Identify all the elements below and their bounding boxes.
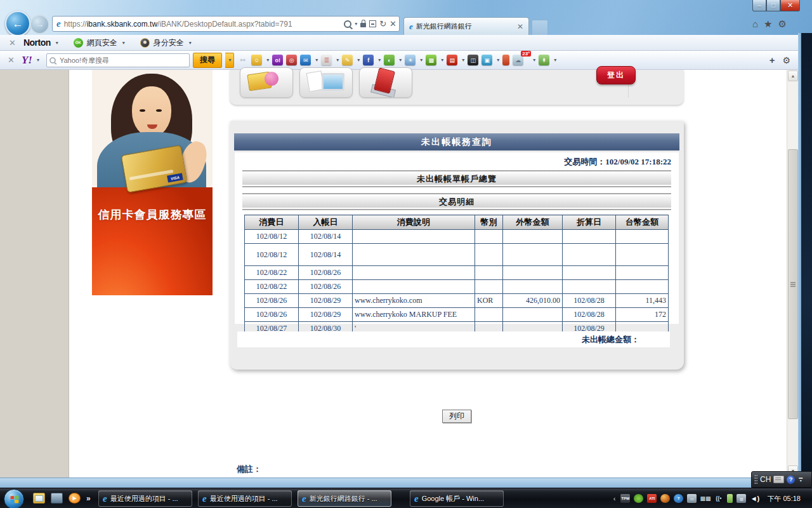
card-info-button[interactable]: [240, 67, 293, 98]
close-button[interactable]: ✕: [780, 0, 800, 11]
web-safety-dropdown-icon[interactable]: ▾: [122, 40, 125, 46]
show-desktop-icon[interactable]: [51, 493, 63, 504]
yahoo-logo-dropdown-icon[interactable]: ▾: [37, 57, 39, 63]
globe-icon[interactable]: [660, 494, 670, 503]
auto-dropdown-icon[interactable]: ▾: [462, 57, 464, 63]
card-reader-button[interactable]: [359, 67, 412, 98]
refresh-icon[interactable]: ↻: [379, 20, 386, 28]
taskbar-task-2[interactable]: e最近使用過的項目 - ...: [198, 490, 292, 507]
weather-badge: 23°: [521, 51, 531, 57]
notepad-icon[interactable]: ✎: [342, 55, 353, 65]
ideas-dropdown-icon[interactable]: ▾: [420, 57, 422, 63]
help-icon[interactable]: ?: [787, 476, 795, 484]
volume-icon[interactable]: ◄): [750, 494, 759, 503]
settings-gear-icon[interactable]: ⚙: [778, 18, 787, 30]
camera-icon[interactable]: ◎: [286, 55, 297, 65]
stop-icon[interactable]: ✕: [390, 20, 396, 28]
back-button[interactable]: ←: [5, 11, 30, 36]
taskbar-task-3-active[interactable]: e新光銀行網路銀行 - ...: [298, 490, 391, 507]
identity-safe-dropdown-icon[interactable]: ▾: [189, 40, 192, 46]
new-tab-button[interactable]: [532, 20, 548, 36]
shopping-icon[interactable]: o!: [272, 55, 283, 65]
lock-icon[interactable]: [360, 23, 366, 27]
tray-expand-icon[interactable]: ‹: [613, 495, 616, 502]
battery-icon[interactable]: [727, 494, 733, 503]
yahoo-search-button[interactable]: 搜尋: [193, 53, 222, 68]
network-icon[interactable]: ▥: [737, 494, 746, 503]
favorites-star-icon[interactable]: ★: [764, 18, 772, 30]
address-bar[interactable]: e https://ibank.skbank.com.tw/iBANK/Desk…: [52, 16, 400, 32]
norton-menu[interactable]: Norton: [23, 37, 51, 48]
compatibility-view-icon[interactable]: [369, 20, 376, 27]
taskbar-clock[interactable]: 下午 05:18: [763, 494, 806, 504]
language-bar-options-icon[interactable]: ▬▾: [799, 476, 802, 483]
media-player-icon[interactable]: ▶: [69, 493, 81, 504]
start-button[interactable]: [4, 489, 24, 508]
minimize-button[interactable]: –: [752, 0, 766, 11]
weather-icon[interactable]: ☁23°: [513, 55, 523, 65]
norton-close-icon[interactable]: ✕: [9, 38, 16, 48]
online-statement-button[interactable]: [299, 67, 353, 98]
quicklaunch-folder-icon[interactable]: [33, 493, 45, 504]
norton-dropdown-icon[interactable]: ▾: [56, 40, 58, 46]
search-icon[interactable]: [344, 20, 351, 28]
facebook-icon[interactable]: f: [363, 55, 374, 65]
mail-icon[interactable]: ✉: [300, 55, 311, 65]
home-icon[interactable]: ⌂: [752, 18, 758, 30]
alerts-icon[interactable]: [502, 55, 509, 65]
quicklaunch-expand-icon[interactable]: »: [86, 494, 91, 503]
toolbar-settings-gear-icon[interactable]: ⚙: [782, 55, 790, 65]
language-bar-grip[interactable]: [754, 474, 757, 485]
photos-dropdown-icon[interactable]: ▾: [399, 57, 402, 63]
yahoo-close-icon[interactable]: ✕: [8, 55, 15, 65]
signal-icon[interactable]: ↟: [539, 55, 549, 65]
mail-dropdown-icon[interactable]: ▾: [315, 57, 318, 63]
keyboard-icon[interactable]: [773, 476, 784, 483]
tpm-icon[interactable]: TPM: [620, 494, 630, 503]
identity-safe-menu[interactable]: 身分安全: [154, 37, 184, 48]
news-icon[interactable]: ☰: [321, 55, 332, 65]
maximize-button[interactable]: □: [766, 0, 780, 11]
news-dropdown-icon[interactable]: ▾: [336, 57, 339, 63]
travel-icon[interactable]: ▣: [481, 55, 492, 65]
logout-button[interactable]: 登出: [596, 66, 636, 84]
print-button[interactable]: 列印: [442, 410, 471, 423]
add-button-icon[interactable]: +: [769, 55, 775, 65]
facebook-dropdown-icon[interactable]: ▾: [378, 57, 381, 63]
movies-icon[interactable]: ◫: [468, 55, 478, 65]
scrollbar-thumb[interactable]: [788, 149, 798, 419]
scroll-up-icon[interactable]: ▲: [788, 70, 798, 81]
language-bar[interactable]: CH ? ▬▾: [751, 471, 812, 488]
ati-icon[interactable]: ATI: [647, 494, 657, 503]
network-activity-icon[interactable]: ▩▩: [700, 494, 710, 503]
antivirus-icon[interactable]: [634, 494, 643, 503]
yahoo-logo[interactable]: Y!: [22, 54, 32, 67]
signal-dropdown-icon[interactable]: ▾: [554, 57, 556, 63]
security-tray-icon[interactable]: T: [674, 494, 683, 503]
auto-icon[interactable]: ▤: [447, 55, 457, 65]
yahoo-search-input[interactable]: [46, 53, 190, 67]
wireless-icon[interactable]: ((•: [714, 494, 723, 503]
browser-tab[interactable]: e 新光銀行網路銀行 ✕: [403, 17, 529, 35]
taskbar-task-4[interactable]: eGoogle 帳戶 - Win...: [410, 490, 504, 507]
yahoo-search-dropdown-icon[interactable]: ▾: [225, 53, 234, 68]
tab-close-icon[interactable]: ✕: [516, 22, 525, 31]
language-indicator[interactable]: CH: [760, 475, 771, 484]
notepad-dropdown-icon[interactable]: ▾: [357, 57, 360, 63]
search-dropdown-icon[interactable]: ▾: [355, 21, 357, 27]
ideas-icon[interactable]: ☀: [405, 55, 416, 65]
display-icon[interactable]: ▭: [687, 494, 697, 503]
travel-dropdown-icon[interactable]: ▾: [497, 57, 499, 63]
weather-dropdown-icon[interactable]: ▾: [533, 57, 535, 63]
credit-card-promo-banner[interactable]: VISA 信用卡會員服務專區: [92, 70, 213, 295]
forward-button[interactable]: →: [30, 15, 49, 34]
messenger-dropdown-icon[interactable]: ▾: [266, 57, 269, 63]
messenger-icon[interactable]: ☺: [251, 55, 262, 65]
games-icon[interactable]: ▩: [426, 55, 436, 65]
vertical-scrollbar[interactable]: ▲ ▼: [787, 70, 799, 478]
web-safety-menu[interactable]: 網頁安全: [87, 37, 117, 48]
games-dropdown-icon[interactable]: ▾: [441, 57, 443, 63]
url-text: https://ibank.skbank.com.tw/iBANK/Deskto…: [64, 20, 342, 29]
photos-icon[interactable]: ◐: [384, 55, 395, 65]
taskbar-task-1[interactable]: e最近使用過的項目 - ...: [98, 490, 192, 507]
